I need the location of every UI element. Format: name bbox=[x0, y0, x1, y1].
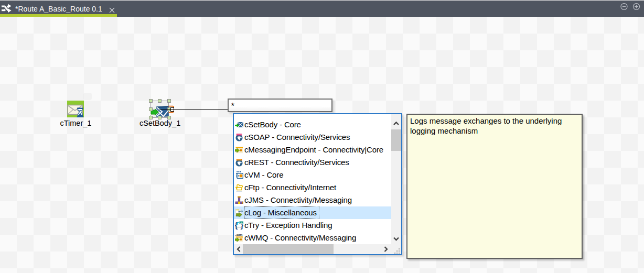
svg-text:cWMQ: cWMQ bbox=[235, 234, 242, 236]
